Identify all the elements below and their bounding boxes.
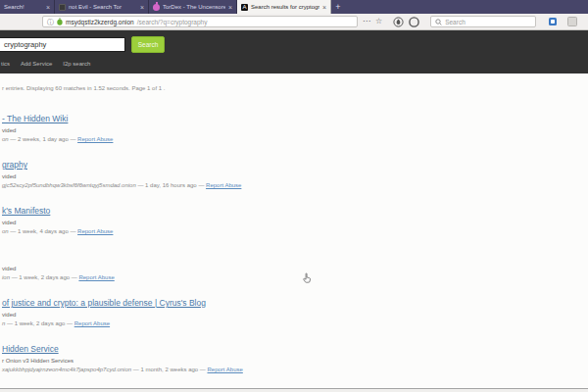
tab-not-evil[interactable]: not Evil - Search Tor × xyxy=(55,0,149,14)
tab-close-icon[interactable]: × xyxy=(228,4,232,11)
result-title-link[interactable]: k's Manifesto xyxy=(2,206,50,216)
report-abuse-link[interactable]: Report Abuse xyxy=(74,320,110,326)
tab-search-results-active[interactable]: A Search results for cryptography × xyxy=(237,0,331,14)
results-area: r entries. Displaying 60 matches in 1.52… xyxy=(0,74,588,392)
search-result: Hidden Service r Onion v3 Hidden Service… xyxy=(2,338,588,373)
result-age: 1 week, 2 days ago xyxy=(19,274,70,280)
menu-icon[interactable] xyxy=(567,17,577,26)
result-description: vided xyxy=(2,127,588,134)
separator: — xyxy=(10,228,16,234)
result-description: vided xyxy=(2,266,588,272)
nav-link-statistics[interactable]: tics xyxy=(1,61,10,67)
search-placeholder: Search xyxy=(445,19,466,25)
report-abuse-link[interactable]: Report Abuse xyxy=(78,274,114,280)
browser-search-field[interactable]: Search xyxy=(430,16,536,27)
extension-icon[interactable] xyxy=(549,18,557,25)
result-onion-url: gjc52scy2pf5undbhqw3kbsf6f6wntqyj5smdad.… xyxy=(2,182,136,188)
separator: — xyxy=(12,274,18,280)
nav-link-add-service[interactable]: Add Service xyxy=(21,61,52,67)
query-input[interactable]: cryptography xyxy=(0,37,125,52)
search-result: vided ion — 1 week, 2 days ago — Report … xyxy=(2,246,588,281)
result-url-line: on — 2 weeks, 1 day ago — Report Abuse xyxy=(2,136,588,143)
tordex-onion-favicon-icon xyxy=(153,4,160,11)
result-description: r Onion v3 Hidden Services xyxy=(2,358,588,365)
separator: — xyxy=(70,136,75,142)
result-onion-url: on xyxy=(2,136,9,142)
result-url-line: on — 1 week, 4 days ago — Report Abuse xyxy=(2,228,588,235)
result-description: vided xyxy=(2,173,588,180)
url-path: /search/?q=cryptography xyxy=(137,19,208,25)
result-age: 1 week, 2 days ago xyxy=(15,320,66,326)
window-bottom-edge xyxy=(0,388,588,392)
page-actions-icon[interactable]: ⋯ xyxy=(363,17,370,26)
search-button[interactable]: Search xyxy=(131,36,165,53)
tab-tordex[interactable]: TorDex - The Uncensored Tor li × xyxy=(149,0,237,14)
not-evil-favicon-icon xyxy=(59,4,66,11)
search-result: k's Manifesto vided on — 1 week, 4 days … xyxy=(2,200,588,235)
result-description: vided xyxy=(2,220,588,226)
separator: — xyxy=(72,274,77,280)
separator: — xyxy=(137,182,143,188)
tab-title: Search! xyxy=(4,4,43,10)
ahmia-header: cryptography Search tics Add Service I2p… xyxy=(0,30,588,74)
result-title-link[interactable]: graphy xyxy=(2,160,27,170)
bookmark-star-icon[interactable]: ☆ xyxy=(375,17,382,26)
report-abuse-link[interactable]: Report Abuse xyxy=(207,367,242,372)
onion-security-icon xyxy=(57,18,63,25)
search-icon xyxy=(435,19,442,25)
search-result: - The Hidden Wiki vided on — 2 weeks, 1 … xyxy=(2,108,588,143)
result-title-link[interactable]: - The Hidden Wiki xyxy=(2,114,68,123)
result-age: 2 weeks, 1 day ago xyxy=(18,136,69,142)
result-url-line: n — 1 week, 2 days ago — Report Abuse xyxy=(2,320,588,327)
noscript-icon[interactable] xyxy=(409,17,419,27)
site-info-icon[interactable]: ⓘ xyxy=(47,19,54,25)
result-onion-url: on xyxy=(2,228,9,234)
search-result: of justice and crypto: a plausible defen… xyxy=(2,292,588,327)
nav-link-i2p-search[interactable]: I2p search xyxy=(63,61,90,67)
tab-close-icon[interactable]: × xyxy=(46,4,50,11)
search-result: graphy vided gjc52scy2pf5undbhqw3kbsf6f6… xyxy=(2,154,588,189)
result-description: vided xyxy=(2,312,588,318)
result-title-link[interactable]: Hidden Service xyxy=(2,344,59,354)
separator: — xyxy=(67,320,73,326)
separator: — xyxy=(7,320,13,326)
result-url-line: xajukkbhpjdyajrnzeon4mc4k7japspo4p7cyd.o… xyxy=(2,367,588,373)
result-url-line: ion — 1 week, 2 days ago — Report Abuse xyxy=(2,274,588,281)
tab-close-icon[interactable]: × xyxy=(140,4,144,11)
result-title-link[interactable]: of justice and crypto: a plausible defen… xyxy=(2,298,206,308)
tab-close-icon[interactable]: × xyxy=(322,4,326,11)
new-tab-button[interactable]: + xyxy=(331,0,345,14)
result-age: 1 day, 16 hours ago xyxy=(145,182,197,188)
separator: — xyxy=(198,182,204,188)
result-onion-url: xajukkbhpjdyajrnzeon4mc4k7japspo4p7cyd.o… xyxy=(2,367,131,372)
result-onion-url: ion xyxy=(2,274,10,280)
tab-bar: Search! × not Evil - Search Tor × TorDex… xyxy=(0,0,588,14)
separator: — xyxy=(70,228,75,234)
report-abuse-link[interactable]: Report Abuse xyxy=(77,136,113,142)
header-nav: tics Add Service I2p search xyxy=(0,61,588,67)
url-domain: msydqstlz2kzerdg.onion xyxy=(66,19,134,25)
url-bar[interactable]: ⓘ msydqstlz2kzerdg.onion/search/?q=crypt… xyxy=(42,16,358,27)
tab-title: TorDex - The Uncensored Tor li xyxy=(163,4,225,10)
report-abuse-link[interactable]: Report Abuse xyxy=(206,182,241,188)
tab-search[interactable]: Search! × xyxy=(0,0,55,14)
tor-circuit-icon[interactable] xyxy=(393,17,404,27)
results-status: r entries. Displaying 60 matches in 1.52… xyxy=(2,85,588,91)
result-url-line: gjc52scy2pf5undbhqw3kbsf6f6wntqyj5smdad.… xyxy=(2,182,588,189)
search-row: cryptography Search xyxy=(0,36,588,53)
tab-title: Search results for cryptography xyxy=(251,4,319,10)
separator: — xyxy=(200,367,206,372)
result-age: 1 month, 2 weeks ago xyxy=(140,367,198,372)
report-abuse-link[interactable]: Report Abuse xyxy=(77,228,113,234)
separator: — xyxy=(133,367,139,372)
separator: — xyxy=(10,136,16,142)
ahmia-favicon-icon: A xyxy=(241,4,248,11)
result-onion-url: n xyxy=(2,320,5,326)
result-age: 1 week, 4 days ago xyxy=(18,228,69,234)
navigation-toolbar: ⓘ msydqstlz2kzerdg.onion/search/?q=crypt… xyxy=(0,14,588,30)
tab-title: not Evil - Search Tor xyxy=(69,4,137,10)
